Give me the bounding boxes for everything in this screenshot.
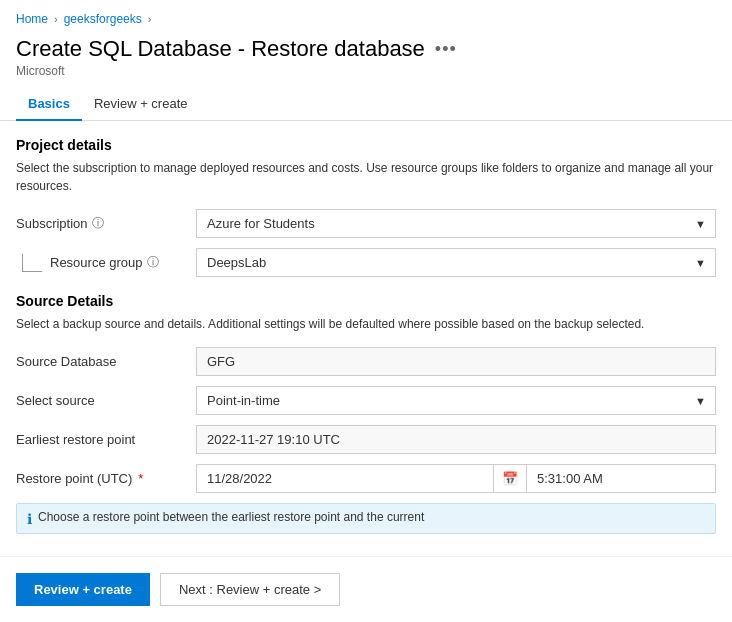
subscription-label: Subscription ⓘ: [16, 215, 196, 232]
source-database-control: [196, 347, 716, 376]
subscription-info-icon[interactable]: ⓘ: [92, 215, 104, 232]
restore-point-time-input[interactable]: [527, 464, 716, 493]
footer: Review + create Next : Review + create >: [0, 556, 732, 622]
tab-review-create[interactable]: Review + create: [82, 88, 200, 121]
calendar-icon-button[interactable]: 📅: [494, 464, 527, 493]
resource-group-info-icon[interactable]: ⓘ: [147, 254, 159, 271]
breadcrumb-home[interactable]: Home: [16, 12, 48, 26]
select-source-label: Select source: [16, 393, 196, 408]
breadcrumb-sep1: ›: [54, 13, 58, 25]
indent-connector: [22, 254, 42, 272]
main-content: Project details Select the subscription …: [0, 121, 732, 534]
earliest-restore-point-control: [196, 425, 716, 454]
source-database-input[interactable]: [196, 347, 716, 376]
restore-point-control: 📅: [196, 464, 716, 493]
subscription-select-wrapper: Azure for Students ▼: [196, 209, 716, 238]
breadcrumb-sep2: ›: [148, 13, 152, 25]
subscription-control: Azure for Students ▼: [196, 209, 716, 238]
page-title: Create SQL Database - Restore database: [16, 36, 425, 62]
earliest-restore-point-input: [196, 425, 716, 454]
info-banner-text: Choose a restore point between the earli…: [38, 510, 424, 524]
earliest-restore-point-row: Earliest restore point: [16, 425, 716, 454]
resource-group-control: DeepsLab ▼: [196, 248, 716, 277]
resource-group-select[interactable]: DeepsLab: [196, 248, 716, 277]
review-create-button[interactable]: Review + create: [16, 573, 150, 606]
source-details-desc: Select a backup source and details. Addi…: [16, 315, 716, 333]
page-subtitle: Microsoft: [0, 64, 732, 88]
source-database-row: Source Database: [16, 347, 716, 376]
select-source-row: Select source Point-in-time Backup None …: [16, 386, 716, 415]
restore-point-date-input[interactable]: [196, 464, 494, 493]
select-source-select[interactable]: Point-in-time Backup None: [196, 386, 716, 415]
resource-group-label: Resource group ⓘ: [16, 254, 196, 272]
restore-point-label: Restore point (UTC) *: [16, 471, 196, 486]
earliest-restore-point-label: Earliest restore point: [16, 432, 196, 447]
subscription-select[interactable]: Azure for Students: [196, 209, 716, 238]
resource-group-select-wrapper: DeepsLab ▼: [196, 248, 716, 277]
source-database-label: Source Database: [16, 354, 196, 369]
project-details-desc: Select the subscription to manage deploy…: [16, 159, 716, 195]
project-details-title: Project details: [16, 137, 716, 153]
restore-point-required: *: [138, 471, 143, 486]
tabs-bar: Basics Review + create: [0, 88, 732, 121]
resource-group-row: Resource group ⓘ DeepsLab ▼: [16, 248, 716, 277]
tab-basics[interactable]: Basics: [16, 88, 82, 121]
page-header: Create SQL Database - Restore database •…: [0, 32, 732, 64]
restore-point-row: Restore point (UTC) * 📅: [16, 464, 716, 493]
more-options-icon[interactable]: •••: [435, 39, 457, 60]
select-source-control: Point-in-time Backup None ▼: [196, 386, 716, 415]
breadcrumb: Home › geeksforgeeks ›: [0, 0, 732, 32]
source-details-title: Source Details: [16, 293, 716, 309]
subscription-row: Subscription ⓘ Azure for Students ▼: [16, 209, 716, 238]
breadcrumb-geeksforgeeks[interactable]: geeksforgeeks: [64, 12, 142, 26]
select-source-wrapper: Point-in-time Backup None ▼: [196, 386, 716, 415]
info-banner-icon: ℹ: [27, 511, 32, 527]
restore-point-info-banner: ℹ Choose a restore point between the ear…: [16, 503, 716, 534]
next-review-create-button[interactable]: Next : Review + create >: [160, 573, 340, 606]
